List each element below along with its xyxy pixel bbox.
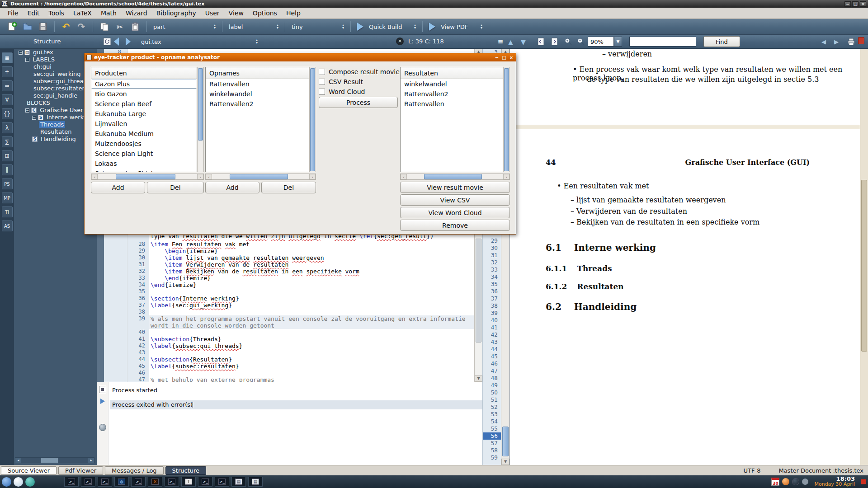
- resultaten-list[interactable]: Resultaten winkelwandelRattenvallen2Ratt…: [400, 67, 503, 172]
- matrix-panel-icon[interactable]: ⊞: [2, 150, 13, 161]
- bottom-tab-messages-log[interactable]: Messages / Log: [105, 466, 164, 475]
- producten-list[interactable]: Producten Gazon PlusBio GazonScience pla…: [91, 67, 197, 172]
- producten-del-button[interactable]: Del: [147, 182, 204, 193]
- tree-expander-icon[interactable]: −: [25, 108, 29, 113]
- workspace-icon[interactable]: [25, 477, 35, 487]
- structure-level-combo[interactable]: part▴▾: [151, 21, 218, 32]
- producten-scrollbar[interactable]: [197, 67, 204, 172]
- scroll-left-icon[interactable]: ◂: [15, 458, 21, 463]
- taskbar-window-terminal[interactable]: >_: [98, 477, 112, 487]
- scroll-down-icon[interactable]: ▼: [521, 38, 526, 46]
- zoom-level-dropdown[interactable]: ▼: [614, 37, 622, 47]
- producten-add-button[interactable]: Add: [91, 182, 145, 193]
- scroll-right-icon[interactable]: ▸: [88, 458, 94, 463]
- dialog-titlebar[interactable]: eye-tracker product - opname analysator …: [85, 53, 516, 61]
- next-document-icon[interactable]: [126, 38, 131, 46]
- stop-icon[interactable]: [99, 386, 106, 393]
- scroll-right-icon[interactable]: ›: [309, 174, 316, 179]
- maximize-button[interactable]: □: [852, 1, 859, 7]
- menu-item-help[interactable]: Help: [282, 8, 305, 18]
- bottom-tab-pdf-viewer[interactable]: Pdf Viewer: [58, 466, 103, 475]
- list-item-science-plan-beef[interactable]: Science plan Beef: [91, 99, 197, 109]
- font-size-combo[interactable]: tiny▴▾: [289, 21, 347, 32]
- list-item-bio-gazon[interactable]: Bio Gazon: [91, 89, 197, 99]
- quick-build-combo[interactable]: Quick Build▴▾: [366, 21, 419, 32]
- forall-panel-icon[interactable]: ∀: [2, 94, 13, 105]
- todo-list-icon[interactable]: ≣: [495, 36, 506, 48]
- taskbar-window-doc[interactable]: ▤: [231, 477, 246, 487]
- view-result-movie-button[interactable]: View result movie: [400, 182, 510, 193]
- structure-panel-icon[interactable]: ≣: [2, 52, 13, 63]
- opnames-del-button[interactable]: Del: [261, 182, 316, 193]
- resultaten-scrollbar[interactable]: [503, 67, 510, 172]
- taskbar-window-terminal[interactable]: >_: [215, 477, 229, 487]
- mp-panel-icon[interactable]: MP: [2, 192, 13, 203]
- view-pdf-combo[interactable]: View PDF▴▾: [438, 21, 485, 32]
- messages-log-panel[interactable]: Process started Process exited with erro…: [97, 382, 482, 465]
- minimize-button[interactable]: −: [844, 1, 851, 7]
- resultaten-hscrollbar[interactable]: ‹›: [400, 174, 510, 180]
- opnames-hscrollbar[interactable]: ‹›: [205, 174, 316, 180]
- previous-page-icon[interactable]: [535, 36, 547, 47]
- close-document-icon[interactable]: ×: [396, 38, 404, 45]
- scroll-left-icon[interactable]: ‹: [206, 174, 212, 179]
- ti-panel-icon[interactable]: TI: [2, 206, 13, 217]
- taskbar-window-terminal[interactable]: >_: [64, 477, 79, 487]
- scrollbar-thumb[interactable]: [502, 427, 509, 456]
- scroll-right-icon[interactable]: ›: [197, 174, 203, 179]
- refresh-structure-icon[interactable]: [101, 36, 113, 47]
- list-item-winkelwandel[interactable]: winkelwandel: [401, 79, 503, 89]
- list-item-muizendoosjes[interactable]: Muizendoosjes: [91, 139, 197, 149]
- opnames-add-button[interactable]: Add: [205, 182, 259, 193]
- close-button[interactable]: ×: [860, 1, 866, 7]
- pdf-scrollbar[interactable]: [860, 49, 868, 465]
- bottom-tab-source-viewer[interactable]: Source Viewer: [1, 466, 57, 475]
- producten-hscrollbar[interactable]: ‹›: [91, 174, 204, 180]
- fox-tray-icon[interactable]: [782, 478, 789, 485]
- menu-item-latex[interactable]: LaTeX: [69, 8, 96, 18]
- ps-panel-icon[interactable]: PS: [2, 178, 13, 189]
- previous-document-icon[interactable]: [114, 38, 119, 46]
- checkbox-word-cloud[interactable]: [319, 89, 325, 95]
- redo-icon[interactable]: ↷: [75, 21, 87, 33]
- taskbar-window-globe[interactable]: ◍: [114, 477, 129, 487]
- menu-item-view[interactable]: View: [225, 8, 248, 18]
- scroll-left-icon[interactable]: ‹: [91, 174, 98, 179]
- opnames-scrollbar[interactable]: [309, 67, 316, 172]
- menu-orb-icon[interactable]: [2, 477, 11, 487]
- find-button[interactable]: Find: [703, 36, 740, 47]
- scrollbar-thumb[interactable]: [476, 239, 481, 343]
- menu-item-user[interactable]: User: [201, 8, 224, 18]
- lambda-panel-icon[interactable]: λ: [2, 122, 13, 133]
- list-item-rattenvallen2[interactable]: Rattenvallen2: [401, 89, 503, 99]
- tree-horizontal-scrollbar[interactable]: ◂ ▸: [15, 457, 94, 463]
- list-item-lokaas[interactable]: Lokaas: [91, 159, 197, 169]
- list-item-rattenvallen[interactable]: Rattenvallen: [206, 79, 309, 89]
- checkbox-compose-result-movie[interactable]: [319, 69, 325, 75]
- next-page-icon[interactable]: [549, 36, 561, 47]
- pdf-forward-icon[interactable]: ▶: [834, 38, 839, 45]
- undo-icon[interactable]: ↶: [60, 21, 72, 33]
- zoom-level-value[interactable]: 90%: [588, 37, 614, 47]
- window-titlebar[interactable]: TEX Document : /home/gentoo/Documents/sc…: [0, 0, 868, 8]
- dialog-minimize-button[interactable]: −: [494, 55, 500, 60]
- copy-icon[interactable]: [99, 21, 110, 33]
- braces-panel-icon[interactable]: {}: [2, 108, 13, 119]
- run-arrow-icon[interactable]: [100, 399, 105, 404]
- save-icon[interactable]: [37, 21, 49, 33]
- opnames-list[interactable]: Opnames RattenvallenwinkelwandelRattenva…: [205, 67, 309, 172]
- paste-icon[interactable]: [129, 21, 141, 33]
- taskbar-window-tex[interactable]: T: [181, 477, 196, 487]
- moon-tray-icon[interactable]: [792, 478, 799, 485]
- notification-icon[interactable]: [861, 479, 866, 484]
- dialog-maximize-button[interactable]: □: [501, 55, 507, 60]
- new-document-icon[interactable]: [6, 21, 18, 33]
- calendar-tray-icon[interactable]: 30: [771, 478, 779, 486]
- scroll-right-icon[interactable]: ›: [503, 174, 509, 179]
- menu-item-edit[interactable]: Edit: [23, 8, 43, 18]
- menu-item-options[interactable]: Options: [249, 8, 281, 18]
- taskbar-window-doc[interactable]: ▤: [248, 477, 263, 487]
- taskbar-window-terminal[interactable]: >_: [165, 477, 179, 487]
- parallel-panel-icon[interactable]: ‖: [2, 164, 13, 175]
- taskbar-window-terminal[interactable]: >_: [81, 477, 95, 487]
